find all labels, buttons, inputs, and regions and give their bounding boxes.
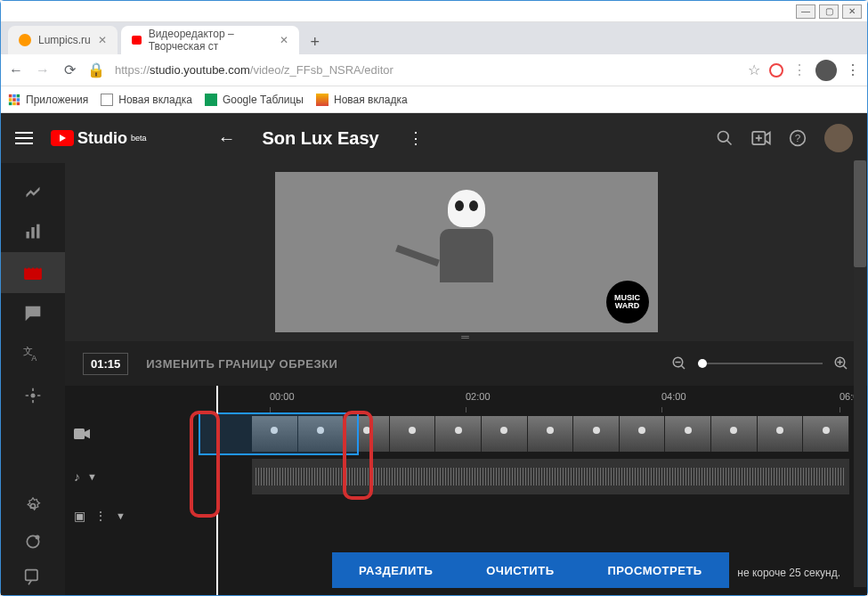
timeline-controls: 01:15 ИЗМЕНИТЬ ГРАНИЦУ ОБРЕЗКИ — [65, 341, 867, 386]
sidebar-item-editor[interactable] — [1, 252, 65, 293]
lock-icon: 🔒 — [88, 62, 104, 78]
sidebar-item-subtitles[interactable]: 文A — [1, 334, 65, 375]
sidebar-item-whatsnew[interactable] — [1, 524, 65, 559]
svg-rect-1 — [12, 94, 16, 97]
svg-rect-6 — [9, 102, 12, 105]
endscreen-icon: ▣ — [74, 509, 85, 523]
more-options-button[interactable]: ⋮ — [408, 128, 424, 148]
resize-handle-icon[interactable]: ═ — [461, 331, 471, 343]
endscreen-track[interactable]: ▣ ⋮ ▼ — [136, 498, 867, 534]
tab-close-icon[interactable]: ✕ — [280, 34, 288, 46]
timecode-display[interactable]: 01:15 — [83, 353, 128, 375]
preview-button[interactable]: ПРОСМОТРЕТЬ — [580, 552, 728, 588]
audio-clip[interactable] — [252, 459, 849, 494]
zoom-out-icon[interactable] — [671, 355, 687, 371]
nav-back-button[interactable]: ← — [8, 62, 24, 78]
nav-forward-button[interactable]: → — [35, 62, 51, 78]
svg-rect-8 — [17, 102, 20, 105]
svg-rect-20 — [26, 265, 28, 269]
search-icon[interactable] — [716, 129, 734, 147]
sidebar-item-monetization[interactable] — [1, 375, 65, 416]
svg-point-9 — [718, 132, 729, 143]
svg-line-10 — [727, 141, 732, 145]
svg-text:A: A — [31, 354, 37, 363]
svg-rect-17 — [31, 227, 34, 239]
hamburger-icon[interactable] — [15, 132, 33, 144]
video-clip[interactable] — [252, 416, 849, 452]
extension-icon[interactable]: ⋮ — [792, 61, 807, 78]
nav-reload-button[interactable]: ⟳ — [61, 62, 77, 78]
time-ruler[interactable]: 00:00 02:00 04:00 06:06 — [136, 386, 867, 412]
playhead[interactable] — [216, 386, 218, 595]
video-track-icon — [74, 429, 90, 439]
svg-rect-30 — [26, 570, 37, 581]
trim-action-bar: РАЗДЕЛИТЬ ОЧИСТИТЬ ПРОСМОТРЕТЬ — [332, 552, 729, 588]
timeline[interactable]: 00:00 02:00 04:00 06:06 — [65, 386, 867, 595]
account-avatar[interactable] — [824, 124, 853, 152]
studio-logo[interactable]: Studiobeta — [51, 129, 147, 148]
window-minimize-button[interactable]: — — [796, 4, 815, 19]
svg-rect-3 — [9, 98, 12, 102]
zoom-in-icon[interactable] — [833, 355, 849, 371]
page-title: Son Lux Easy — [263, 128, 379, 149]
vertical-scrollbar[interactable] — [854, 163, 866, 587]
sidebar-item-feedback[interactable] — [1, 559, 65, 595]
tab-title: Lumpics.ru — [38, 34, 91, 46]
sidebar-item-details[interactable] — [1, 170, 65, 211]
sidebar-item-analytics[interactable] — [1, 211, 65, 252]
svg-rect-7 — [12, 102, 16, 105]
window-close-button[interactable]: ✕ — [842, 4, 862, 19]
back-button[interactable]: ← — [218, 128, 236, 149]
audio-track[interactable]: ♪ ▼ — [136, 455, 867, 498]
clear-button[interactable]: ОЧИСТИТЬ — [459, 552, 580, 588]
window-titlebar: — ▢ ✕ — [1, 1, 867, 22]
new-tab-button[interactable]: + — [303, 29, 328, 54]
time-mark: 04:00 — [661, 391, 686, 402]
more-icon[interactable]: ⋮ — [94, 509, 107, 523]
url-input[interactable]: https://studio.youtube.com/video/z_FFsb_… — [115, 63, 737, 77]
time-mark: 00:00 — [270, 391, 295, 402]
svg-line-32 — [681, 365, 685, 369]
audio-track-icon: ♪ — [74, 469, 80, 484]
svg-point-29 — [36, 535, 40, 540]
chevron-down-icon[interactable]: ▼ — [116, 510, 126, 521]
create-video-icon[interactable] — [751, 131, 771, 145]
video-preview[interactable]: MUSIC WARD ═ — [65, 163, 867, 341]
svg-rect-16 — [27, 232, 29, 239]
help-icon[interactable]: ? — [789, 129, 807, 147]
menu-icon[interactable]: ⋮ — [846, 61, 860, 78]
bookmarks-bar: Приложения Новая вкладка Google Таблицы … — [1, 86, 867, 113]
chevron-down-icon[interactable]: ▼ — [87, 471, 97, 482]
bookmark-item[interactable]: Новая вкладка — [101, 94, 192, 106]
preview-frame: MUSIC WARD — [275, 172, 658, 332]
watermark-badge: MUSIC WARD — [606, 281, 649, 323]
tab-close-icon[interactable]: ✕ — [98, 34, 107, 46]
youtube-play-icon — [51, 130, 74, 146]
browser-tab-active[interactable]: Видеоредактор – Творческая ст ✕ — [121, 26, 299, 54]
window-maximize-button[interactable]: ▢ — [819, 4, 839, 19]
svg-rect-38 — [74, 429, 85, 439]
svg-rect-5 — [17, 98, 20, 102]
sidebar-item-comments[interactable] — [1, 293, 65, 334]
bookmark-item[interactable]: Google Таблицы — [205, 94, 304, 106]
bookmark-item[interactable]: Новая вкладка — [316, 94, 408, 106]
sidebar-item-settings[interactable] — [1, 488, 65, 524]
video-track[interactable] — [136, 412, 867, 455]
svg-rect-2 — [17, 94, 20, 97]
browser-tab[interactable]: Lumpics.ru ✕ — [8, 26, 118, 54]
svg-text:?: ? — [795, 132, 801, 143]
split-button[interactable]: РАЗДЕЛИТЬ — [332, 552, 459, 588]
svg-rect-23 — [37, 265, 40, 269]
favicon-icon — [19, 34, 31, 46]
profile-avatar[interactable] — [815, 60, 837, 81]
svg-line-35 — [843, 365, 847, 369]
apps-button[interactable]: Приложения — [8, 94, 88, 106]
zoom-slider[interactable] — [698, 363, 823, 364]
browser-tabs: Lumpics.ru ✕ Видеоредактор – Творческая … — [1, 22, 867, 54]
svg-rect-18 — [37, 225, 39, 239]
star-icon[interactable]: ☆ — [748, 61, 760, 78]
sidebar: 文A — [1, 163, 65, 595]
opera-icon[interactable] — [769, 63, 783, 78]
favicon-youtube-icon — [132, 36, 142, 45]
trim-boundary-label[interactable]: ИЗМЕНИТЬ ГРАНИЦУ ОБРЕЗКИ — [146, 357, 337, 371]
